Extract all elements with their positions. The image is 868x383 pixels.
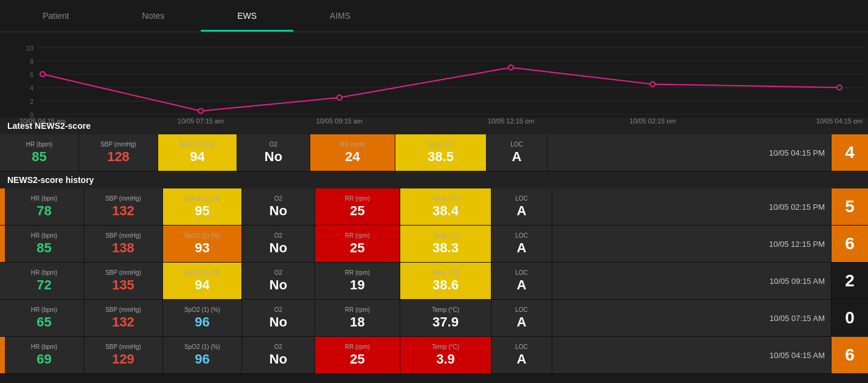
h5-score: 6 bbox=[845, 345, 855, 365]
latest-sbp-value: 128 bbox=[107, 149, 130, 165]
tab-notes[interactable]: Notes bbox=[106, 0, 201, 32]
h3-rr-label: RR (rpm) bbox=[345, 269, 370, 276]
h3-spo2-value: 94 bbox=[195, 277, 209, 293]
h5-sbp-cell: SBP (mmHg) 129 bbox=[84, 337, 163, 373]
svg-point-13 bbox=[198, 109, 203, 114]
latest-datetime-cell: 10/05 04:15 PM bbox=[547, 134, 832, 171]
h2-sbp-label: SBP (mmHg) bbox=[105, 232, 141, 239]
h4-sbp-cell: SBP (mmHg) 132 bbox=[84, 300, 163, 336]
h4-spo2-label: SpO2 (1) (%) bbox=[184, 306, 220, 313]
h5-loc-cell: LOC A bbox=[491, 337, 552, 373]
h5-datetime: 10/05 04:15 AM bbox=[769, 351, 825, 360]
h3-sbp-value: 135 bbox=[112, 277, 134, 293]
h4-rr-cell: RR (rpm) 18 bbox=[315, 300, 400, 336]
h3-loc-label: LOC bbox=[515, 269, 528, 276]
h1-rr-value: 25 bbox=[350, 203, 364, 219]
h2-o2-value: No bbox=[269, 240, 287, 256]
accent-5 bbox=[0, 337, 5, 373]
svg-point-15 bbox=[509, 65, 513, 70]
svg-point-17 bbox=[837, 85, 842, 90]
h1-temp-label: Temp (°C) bbox=[432, 195, 459, 202]
tab-ews[interactable]: EWS bbox=[201, 0, 293, 32]
h1-rr-cell: RR (rpm) 25 bbox=[315, 188, 400, 225]
h5-o2-label: O2 bbox=[274, 343, 282, 350]
svg-text:10/05 12:15 pm: 10/05 12:15 pm bbox=[488, 117, 534, 123]
h1-o2-value: No bbox=[269, 203, 287, 219]
h5-rr-label: RR (rpm) bbox=[345, 343, 370, 350]
h2-temp-label: Temp (°C) bbox=[432, 232, 459, 239]
h5-score-cell: 6 bbox=[832, 337, 868, 373]
h3-o2-cell: O2 No bbox=[242, 263, 315, 299]
h4-rr-value: 18 bbox=[350, 314, 364, 330]
h1-spo2-label: SpO2 (1) (%) bbox=[184, 195, 220, 202]
history-row-5: HR (bpm) 69 SBP (mmHg) 129 SpO2 (1) (%) … bbox=[0, 337, 868, 374]
h1-hr-label: HR (bpm) bbox=[31, 195, 57, 202]
latest-spo2-value: 94 bbox=[190, 149, 204, 165]
svg-text:10: 10 bbox=[26, 44, 33, 52]
h5-sbp-value: 129 bbox=[112, 351, 134, 367]
h2-sbp-cell: SBP (mmHg) 138 bbox=[84, 226, 163, 262]
accent-2 bbox=[0, 226, 5, 262]
h4-o2-cell: O2 No bbox=[242, 300, 315, 336]
latest-temp-cell: Temp (°C) 38.5 bbox=[395, 134, 487, 171]
h1-temp-value: 38.4 bbox=[432, 203, 459, 219]
h2-loc-label: LOC bbox=[515, 232, 528, 239]
h5-loc-value: A bbox=[517, 351, 527, 367]
h5-datetime-cell: 10/05 04:15 AM bbox=[552, 337, 832, 373]
h4-hr-label: HR (bpm) bbox=[31, 306, 57, 313]
h4-sbp-label: SBP (mmHg) bbox=[105, 306, 141, 313]
h5-hr-cell: HR (bpm) 69 bbox=[5, 337, 84, 373]
history-section: NEWS2-score history HR (bpm) 78 SBP (mmH… bbox=[0, 171, 868, 374]
h5-hr-value: 69 bbox=[36, 351, 51, 367]
h1-spo2-value: 95 bbox=[195, 203, 209, 219]
latest-temp-value: 38.5 bbox=[428, 149, 454, 165]
h4-o2-label: O2 bbox=[274, 306, 282, 313]
h2-spo2-value: 93 bbox=[195, 240, 209, 256]
h3-temp-label: Temp (°C) bbox=[432, 269, 459, 276]
h2-datetime: 10/05 12:15 PM bbox=[769, 240, 825, 249]
latest-loc-cell: LOC A bbox=[487, 134, 547, 171]
tab-aims[interactable]: AIMS bbox=[293, 0, 387, 32]
h1-temp-cell: Temp (°C) 38.4 bbox=[400, 188, 491, 225]
h2-score-cell: 6 bbox=[832, 226, 868, 262]
h3-temp-value: 38.6 bbox=[432, 277, 459, 293]
h2-o2-cell: O2 No bbox=[242, 226, 315, 262]
history-title: NEWS2-score history bbox=[0, 171, 868, 188]
ews-chart: 10 8 6 4 2 0 10/05 04:15 am 10/05 07:15 … bbox=[0, 32, 868, 117]
latest-news2-row: HR (bpm) 85 SBP (mmHg) 128 SpO2 (1) (%) … bbox=[0, 134, 868, 171]
svg-text:10/05 04:15 am: 10/05 04:15 am bbox=[19, 117, 66, 123]
h2-temp-cell: Temp (°C) 38.3 bbox=[400, 226, 491, 262]
h3-sbp-cell: SBP (mmHg) 135 bbox=[84, 263, 163, 299]
h4-datetime-cell: 10/05 07:15 AM bbox=[552, 300, 832, 336]
h3-hr-value: 72 bbox=[36, 277, 51, 293]
h3-datetime-cell: 10/05 09:15 AM bbox=[552, 263, 832, 299]
h5-temp-value: 3.9 bbox=[436, 351, 455, 367]
latest-sbp-cell: SBP (mmHg) 128 bbox=[79, 134, 158, 171]
h4-loc-label: LOC bbox=[515, 306, 528, 313]
h3-score: 2 bbox=[845, 271, 855, 291]
h1-sbp-value: 132 bbox=[112, 203, 134, 219]
latest-rr-label: RR (rpm) bbox=[340, 141, 365, 148]
h2-loc-value: A bbox=[517, 240, 527, 256]
h4-o2-value: No bbox=[269, 314, 287, 330]
h5-spo2-label: SpO2 (1) (%) bbox=[184, 343, 220, 350]
latest-sbp-label: SBP (mmHg) bbox=[100, 141, 136, 148]
svg-text:10/05 09:15 am: 10/05 09:15 am bbox=[316, 117, 363, 123]
h4-hr-value: 65 bbox=[36, 314, 51, 330]
tab-patient[interactable]: Patient bbox=[6, 0, 106, 32]
latest-hr-cell: HR (bpm) 85 bbox=[0, 134, 79, 171]
h1-spo2-cell: SpO2 (1) (%) 95 bbox=[163, 188, 242, 225]
h2-loc-cell: LOC A bbox=[491, 226, 552, 262]
h5-o2-value: No bbox=[269, 351, 287, 367]
h5-hr-label: HR (bpm) bbox=[31, 343, 57, 350]
latest-spo2-label: SpO2 (1) (%) bbox=[179, 141, 215, 148]
h1-loc-cell: LOC A bbox=[491, 188, 552, 225]
svg-text:10/05 07:15 am: 10/05 07:15 am bbox=[178, 117, 224, 123]
accent-4 bbox=[0, 300, 5, 336]
history-row-2: HR (bpm) 85 SBP (mmHg) 138 SpO2 (1) (%) … bbox=[0, 226, 868, 263]
h5-loc-label: LOC bbox=[515, 343, 528, 350]
h1-score-cell: 5 bbox=[832, 188, 868, 225]
h2-hr-label: HR (bpm) bbox=[31, 232, 57, 239]
h1-sbp-cell: SBP (mmHg) 132 bbox=[84, 188, 163, 225]
svg-text:2: 2 bbox=[30, 98, 33, 105]
